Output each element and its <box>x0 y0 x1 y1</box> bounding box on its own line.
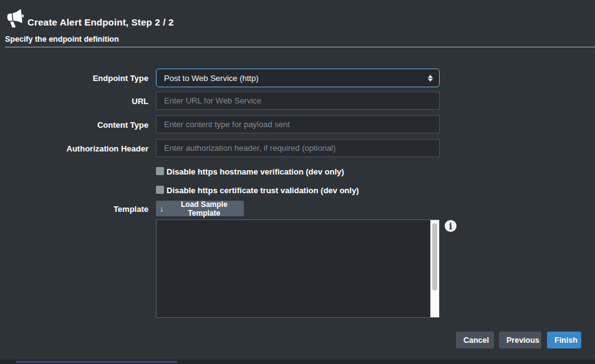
megaphone-icon <box>5 9 26 29</box>
textarea-scrollbar[interactable] <box>430 220 439 317</box>
download-arrow-icon: ↓ <box>160 204 164 213</box>
load-sample-template-label: Load Sample Template <box>168 200 241 218</box>
endpoint-type-label: Endpoint Type <box>93 74 148 83</box>
template-textarea-wrapper <box>156 219 440 318</box>
load-sample-template-button[interactable]: ↓ Load Sample Template <box>156 201 244 216</box>
select-stepper-icon <box>428 75 433 82</box>
template-textarea[interactable] <box>157 220 430 317</box>
disable-certificate-validation-label: Disable https certificate trust validati… <box>167 186 359 195</box>
disable-hostname-verification-checkbox[interactable] <box>156 167 164 175</box>
clipped-background-text <box>16 361 177 363</box>
cancel-button[interactable]: Cancel <box>456 332 494 348</box>
textarea-scrollbar-thumb[interactable] <box>432 223 437 290</box>
dialog-subtitle: Specify the endpoint definition <box>5 35 119 44</box>
header-divider <box>5 47 595 47</box>
info-icon[interactable]: i <box>445 220 457 232</box>
endpoint-type-select[interactable]: Post to Web Service (http) <box>156 69 440 87</box>
url-label: URL <box>132 97 148 106</box>
dialog-title: Create Alert Endpoint, Step 2 / 2 <box>27 17 173 27</box>
url-input[interactable] <box>156 92 440 110</box>
authorization-header-input[interactable] <box>156 139 440 157</box>
background-page-edge <box>0 360 595 364</box>
content-type-label: Content Type <box>97 120 148 130</box>
disable-hostname-verification-label: Disable https hostname verification (dev… <box>167 167 344 176</box>
endpoint-type-selected-value: Post to Web Service (http) <box>164 74 259 83</box>
disable-certificate-validation-checkbox[interactable] <box>156 186 164 194</box>
authorization-header-label: Authorization Header <box>67 144 148 153</box>
previous-button[interactable]: Previous <box>499 332 541 348</box>
content-type-input[interactable] <box>156 115 440 133</box>
template-label: Template <box>114 204 148 214</box>
finish-button[interactable]: Finish <box>547 332 581 348</box>
